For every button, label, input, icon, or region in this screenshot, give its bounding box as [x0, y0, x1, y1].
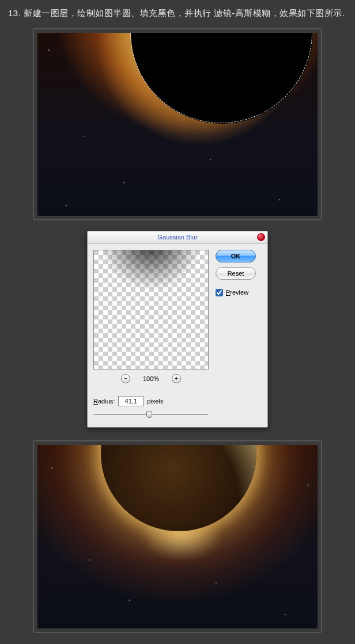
blur-preview-canvas[interactable] — [93, 250, 209, 369]
zoom-out-button[interactable]: − — [121, 374, 130, 383]
slider-thumb[interactable] — [146, 411, 152, 418]
step-number: 13. — [8, 8, 21, 18]
zoom-in-button[interactable]: + — [172, 374, 181, 383]
gaussian-blur-dialog: Gaussian Blur OK Reset Preview − 100% + — [87, 231, 268, 428]
preview-checkbox-row[interactable]: Preview — [216, 289, 256, 296]
dialog-body: OK Reset Preview − 100% + Radius: pixels — [88, 244, 267, 427]
radius-input[interactable] — [118, 396, 143, 406]
step-text: 新建一图层，绘制如图半圆、填充黑色，并执行 滤镜-高斯模糊，效果如下图所示. — [24, 8, 345, 18]
radius-label: Radius: — [93, 398, 115, 405]
preview-label: Preview — [226, 289, 248, 296]
radius-row: Radius: pixels — [93, 396, 262, 406]
preview-checkbox[interactable] — [216, 289, 223, 296]
zoom-value: 100% — [143, 375, 159, 382]
radius-slider[interactable] — [93, 411, 209, 418]
ok-label: OK — [231, 253, 241, 260]
dialog-titlebar[interactable]: Gaussian Blur — [88, 231, 267, 244]
after-image-frame — [33, 440, 322, 633]
space-scene-after — [37, 445, 318, 628]
reset-button[interactable]: Reset — [216, 267, 256, 280]
reset-label: Reset — [228, 270, 244, 277]
space-scene-before — [37, 33, 318, 216]
ok-button[interactable]: OK — [216, 250, 256, 262]
zoom-controls: − 100% + — [93, 374, 209, 383]
step-instruction: 13. 新建一图层，绘制如图半圆、填充黑色，并执行 滤镜-高斯模糊，效果如下图所… — [0, 0, 355, 28]
dialog-title: Gaussian Blur — [157, 234, 197, 241]
radius-unit: pixels — [147, 398, 163, 405]
before-image-frame — [33, 28, 322, 220]
close-icon[interactable] — [257, 233, 265, 241]
